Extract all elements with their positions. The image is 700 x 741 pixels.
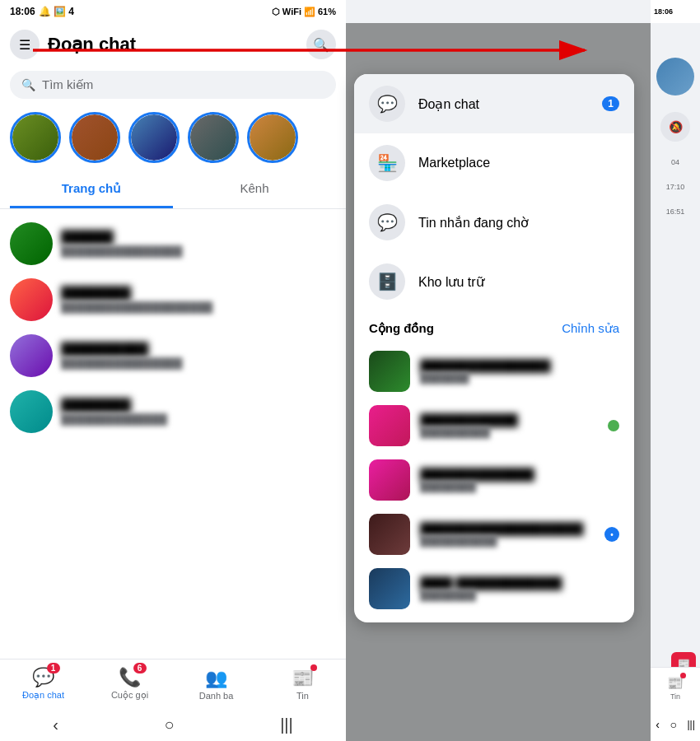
community-sub: ███████: [420, 372, 619, 384]
chat-menu-icon: 💬: [369, 86, 405, 122]
calls-badge: 6: [133, 663, 147, 673]
story-item[interactable]: [247, 112, 298, 163]
signal-icon: 📶: [304, 7, 315, 17]
chat-info: ████████ ██████████████: [61, 398, 336, 426]
story-item[interactable]: [128, 112, 180, 163]
nav-danh-ba[interactable]: 👥 Danh ba: [173, 659, 259, 708]
main-tabs: Trang chủ Kênh: [0, 171, 346, 209]
back-button[interactable]: ‹: [53, 715, 58, 734]
community-list-item[interactable]: ████████████ ██████████: [369, 398, 619, 453]
community-avatar: [369, 568, 410, 609]
search-bar-icon: 🔍: [21, 78, 35, 91]
home-button-right[interactable]: ○: [670, 718, 676, 731]
story-item[interactable]: [69, 112, 120, 163]
community-sub: ████████: [420, 590, 619, 601]
marketplace-menu-label: Marketplace: [418, 156, 490, 170]
archive-menu-icon: 🗄️: [369, 263, 405, 300]
chat-info: ████████ ████████████████████: [61, 286, 336, 314]
chat-list-item[interactable]: ████████ ████████████████████: [0, 272, 346, 328]
contacts-nav-icon: 👥: [205, 668, 227, 689]
chat-list-item[interactable]: ██████████ ████████████████: [0, 328, 346, 384]
nav-cuoc-goi[interactable]: 6 📞 Cuộc gọi: [86, 659, 173, 708]
community-list-item[interactable]: ████ █████████████ ████████: [369, 562, 619, 616]
community-edit-button[interactable]: Chỉnh sửa: [562, 321, 619, 336]
hamburger-menu-button[interactable]: ☰: [10, 30, 40, 59]
chat-preview: ████████████████: [61, 357, 336, 370]
bluetooth-icon: ⬡: [272, 7, 280, 17]
tab-kenh[interactable]: Kênh: [173, 171, 336, 208]
tab-trang-chu[interactable]: Trang chủ: [10, 171, 173, 208]
tin-nav-right[interactable]: 📰 Tin: [667, 675, 684, 701]
notification-icons: 🔔 🖼️ 4: [39, 6, 74, 17]
calls-nav-label: Cuộc gọi: [111, 690, 148, 701]
community-list-item[interactable]: ██████████████ ████████: [369, 453, 619, 507]
avatar: [10, 278, 53, 321]
community-list-item[interactable]: ████████████████ ███████: [369, 344, 619, 398]
chat-info: ██████ ████████████████: [61, 230, 336, 258]
community-info: ████████████ ██████████: [420, 413, 598, 438]
back-button-right[interactable]: ‹: [656, 718, 660, 731]
contacts-nav-label: Danh ba: [199, 691, 234, 701]
story-item[interactable]: [188, 112, 239, 163]
chat-preview: ████████████████████: [61, 301, 336, 314]
chat-nav-label: Đoạn chat: [22, 690, 64, 701]
stories-row: [0, 104, 346, 171]
timestamp-3: 16:51: [666, 207, 685, 216]
status-bar-left: 18:06 🔔 🖼️ 4 ⬡ WiFi 📶 61%: [0, 0, 346, 23]
archive-menu-label: Kho lưu trữ: [418, 274, 484, 290]
news-nav-icon: 📰: [292, 668, 314, 689]
nav-tin[interactable]: 📰 Tin: [259, 659, 346, 708]
unread-indicator: •: [604, 527, 619, 542]
community-name: ████ █████████████: [420, 576, 619, 590]
nav-doan-chat[interactable]: 1 💬 Đoạn chat: [0, 659, 86, 708]
chat-preview: ██████████████: [61, 413, 336, 426]
pending-menu-label: Tin nhắn đang chờ: [418, 215, 529, 231]
main-header-left: ☰ Đoạn chat 🔍: [0, 23, 346, 66]
dropdown-menu: 💬 Đoạn chat 1 🏪 Marketplace 💬 Tin nhắn đ…: [354, 74, 634, 622]
time-display: 18:06: [10, 6, 35, 17]
chat-list: ██████ ████████████████ ████████ ███████…: [0, 209, 346, 667]
menu-item-archive[interactable]: 🗄️ Kho lưu trữ: [354, 252, 634, 311]
right-panel-avatar[interactable]: [656, 58, 694, 96]
status-bar-icons-left: ⬡ WiFi 📶 61%: [272, 7, 336, 17]
search-icon: 🔍: [313, 37, 329, 53]
timestamp-1: 04: [671, 158, 679, 166]
community-name: ████████████████████: [420, 522, 595, 535]
left-phone-panel: 18:06 🔔 🖼️ 4 ⬡ WiFi 📶 61% ☰ Đoạn chat 🔍 …: [0, 0, 346, 741]
story-item[interactable]: [10, 112, 61, 163]
search-placeholder: Tìm kiếm: [42, 77, 93, 92]
chat-name: ████████: [61, 286, 336, 300]
mute-button[interactable]: 🔕: [660, 112, 690, 142]
community-header: Cộng đồng Chỉnh sửa: [369, 321, 619, 336]
timestamp-2: 17:10: [666, 183, 685, 191]
menu-item-marketplace[interactable]: 🏪 Marketplace: [354, 133, 634, 193]
menu-item-doan-chat[interactable]: 💬 Đoạn chat 1: [354, 74, 634, 133]
community-list-item[interactable]: ████████████████████ ███████████ •: [369, 507, 619, 562]
community-info: ████ █████████████ ████████: [420, 576, 619, 601]
chat-list-item[interactable]: ████████ ██████████████: [0, 384, 346, 440]
avatar: [10, 222, 53, 265]
community-section: Cộng đồng Chỉnh sửa ████████████████ ███…: [354, 311, 634, 622]
recents-button-right[interactable]: |||: [687, 719, 694, 730]
system-nav-left: ‹ ○ |||: [0, 708, 346, 741]
community-avatar: [369, 459, 410, 501]
time-right: 18:06: [654, 7, 673, 16]
recents-button[interactable]: |||: [280, 715, 293, 734]
home-button[interactable]: ○: [164, 715, 174, 734]
status-bar-time-left: 18:06 🔔 🖼️ 4: [10, 6, 74, 17]
chat-info: ██████████ ████████████████: [61, 342, 336, 370]
chat-list-item[interactable]: ██████ ████████████████: [0, 216, 346, 272]
chat-menu-label: Đoạn chat: [418, 96, 479, 112]
news-icon-nav-right: 📰: [667, 675, 684, 691]
status-bar-right: 18:06: [651, 0, 700, 23]
search-button[interactable]: 🔍: [306, 30, 336, 59]
hamburger-icon: ☰: [19, 37, 30, 53]
chat-name: ██████: [61, 230, 336, 244]
chat-name: ████████: [61, 398, 336, 412]
community-info: ████████████████████ ███████████: [420, 522, 595, 547]
community-info: ██████████████ ████████: [420, 468, 619, 492]
search-bar[interactable]: 🔍 Tìm kiếm: [10, 71, 336, 99]
system-nav-right: ‹ ○ |||: [651, 708, 700, 741]
menu-item-pending[interactable]: 💬 Tin nhắn đang chờ: [354, 193, 634, 252]
chat-badge: 1: [47, 663, 60, 673]
